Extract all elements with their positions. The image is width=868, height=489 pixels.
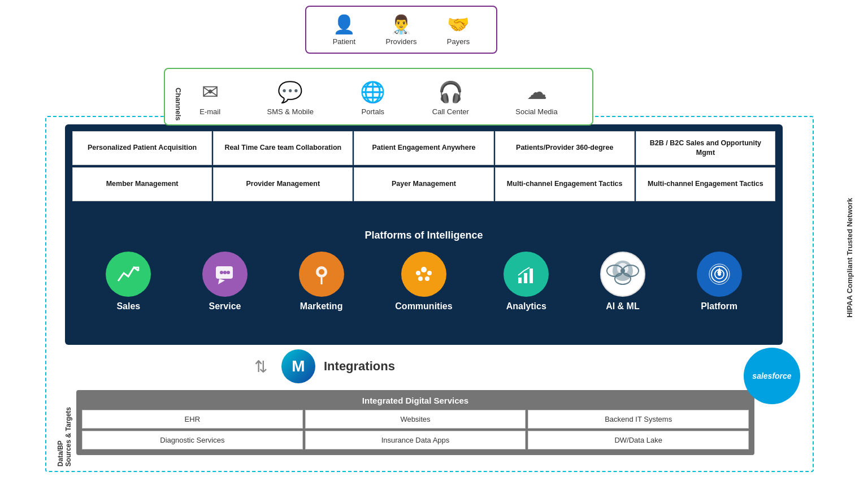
marketing-icon-circle: [299, 252, 344, 297]
svg-point-12: [425, 276, 429, 281]
grid-cell-r1c3: Patient Engagement Anywhere: [354, 131, 493, 165]
page-wrapper: 👤 Patient 👨‍⚕️ Providers 🤝 Payers ✉ E-ma…: [0, 0, 868, 489]
marketing-svg-icon: [309, 262, 334, 287]
poi-icons-row: Sales Service: [69, 246, 779, 317]
svg-point-4: [227, 271, 230, 274]
communities-icon-circle: [401, 252, 446, 297]
data-bp-label: Data/BP Sources & Targets: [57, 407, 72, 466]
aiml-icon-circle: [600, 252, 645, 297]
svg-point-2: [220, 271, 223, 274]
grid-cell-r2c3: Payer Management: [354, 167, 493, 201]
payers-icon: 🤝: [447, 14, 470, 35]
svg-point-3: [223, 271, 227, 274]
sales-icon-circle: [106, 252, 151, 297]
social-label: Social Media: [515, 107, 557, 116]
salesforce-circle: salesforce: [744, 348, 800, 404]
poi-communities: Communities: [395, 252, 452, 311]
integrations-section: ⇅ M Integrations: [254, 349, 395, 383]
poi-analytics: Analytics: [504, 252, 549, 311]
channel-email: ✉ E-mail: [199, 80, 220, 116]
salesforce-logo: salesforce: [744, 348, 800, 404]
portals-icon: 🌐: [360, 80, 385, 104]
poi-marketing: Marketing: [299, 252, 344, 311]
communities-label: Communities: [395, 301, 452, 311]
portals-label: Portals: [362, 107, 384, 116]
analytics-icon-circle: [504, 252, 549, 297]
hipaa-label: HIPAA Compliant Trusted Network: [845, 198, 854, 318]
poi-aiml: AI & ML: [600, 252, 645, 311]
channel-callcenter: 🎧 Call Center: [432, 80, 469, 116]
service-label: Service: [209, 301, 241, 311]
sms-icon: 💬: [277, 80, 303, 104]
sms-label: SMS & Mobile: [267, 107, 314, 116]
service-svg-icon: [212, 262, 237, 287]
providers-label: Providers: [386, 37, 417, 46]
poi-sales: Sales: [106, 252, 151, 311]
channel-portals: 🌐 Portals: [360, 80, 385, 116]
svg-rect-13: [518, 278, 522, 283]
grid-cell-r2c4: Multi-channel Engagement Tactics: [495, 167, 635, 201]
payers-label: Payers: [447, 37, 470, 46]
platforms-of-intelligence: Platforms of Intelligence Sales: [69, 225, 779, 317]
marketing-label: Marketing: [300, 301, 343, 311]
analytics-svg-icon: [514, 262, 539, 287]
grid-row-1: Personalized Patient Acquisition Real Ti…: [72, 131, 775, 165]
is-cell-websites: Websites: [305, 410, 526, 429]
grid-cell-r2c1: Member Management: [72, 167, 212, 201]
grid-cell-r1c2: Real Time Care team Collaboration: [213, 131, 353, 165]
integrated-services-title: Integrated Digital Services: [82, 396, 749, 405]
svg-rect-15: [530, 269, 533, 283]
platform-label: Platform: [701, 301, 737, 311]
channel-sms: 💬 SMS & Mobile: [267, 80, 314, 116]
svg-point-8: [421, 267, 427, 272]
aiml-svg-icon: [601, 253, 644, 296]
poi-platform: Platform: [697, 252, 742, 311]
callcenter-icon: 🎧: [438, 80, 463, 104]
persona-providers: 👨‍⚕️ Providers: [386, 14, 417, 46]
sales-svg-icon: [116, 262, 141, 287]
svg-point-26: [718, 272, 721, 276]
mulesoft-icon: M: [281, 349, 315, 383]
healthcare-platforms-label: Healthcare Platforms: [51, 192, 59, 266]
persona-patient: 👤 Patient: [333, 14, 355, 46]
arrows-updown: ⇅: [254, 357, 267, 376]
poi-service: Service: [202, 252, 248, 311]
aiml-label: AI & ML: [606, 301, 640, 311]
personas-box: 👤 Patient 👨‍⚕️ Providers 🤝 Payers: [305, 6, 497, 54]
grid-cell-r1c1: Personalized Patient Acquisition: [72, 131, 212, 165]
is-cell-dwlake: DW/Data Lake: [528, 431, 749, 449]
callcenter-label: Call Center: [432, 107, 469, 116]
grid-cell-r1c4: Patients/Provider 360-degree: [495, 131, 635, 165]
svg-point-6: [319, 269, 324, 275]
grid-cell-r2c5: Multi-channel Engagement Tactics: [636, 167, 775, 201]
platform-icon-circle: [697, 252, 742, 297]
email-icon: ✉: [202, 80, 219, 104]
grid-row-2: Member Management Provider Management Pa…: [72, 167, 775, 201]
email-label: E-mail: [199, 107, 220, 116]
persona-payers: 🤝 Payers: [447, 14, 470, 46]
channel-social: ☁ Social Media: [515, 80, 557, 116]
is-cell-backend: Backend IT Systems: [528, 410, 749, 429]
salesforce-label: salesforce: [752, 371, 791, 380]
svg-marker-1: [218, 279, 225, 284]
svg-rect-14: [524, 273, 527, 283]
is-cell-diagnostic: Diagnostic Services: [82, 431, 303, 449]
svg-point-11: [418, 276, 423, 281]
platform-svg-icon: [707, 262, 732, 287]
svg-point-10: [427, 271, 432, 275]
social-icon: ☁: [527, 80, 547, 104]
providers-icon: 👨‍⚕️: [390, 14, 413, 35]
channels-label: Channels: [174, 88, 183, 121]
service-icon-circle: [202, 252, 248, 297]
integrations-label: Integrations: [324, 359, 395, 374]
is-cell-insurance: Insurance Data Apps: [305, 431, 526, 449]
is-cell-ehr: EHR: [82, 410, 303, 429]
integrated-services-grid: EHR Websites Backend IT Systems Diagnost…: [82, 410, 749, 449]
patient-label: Patient: [333, 37, 355, 46]
poi-title: Platforms of Intelligence: [69, 225, 779, 246]
sales-label: Sales: [116, 301, 140, 311]
platform-grid: Personalized Patient Acquisition Real Ti…: [69, 129, 779, 204]
grid-cell-r1c5: B2B / B2C Sales and Opportunity Mgmt: [636, 131, 775, 165]
communities-svg-icon: [411, 262, 436, 287]
analytics-label: Analytics: [506, 301, 546, 311]
